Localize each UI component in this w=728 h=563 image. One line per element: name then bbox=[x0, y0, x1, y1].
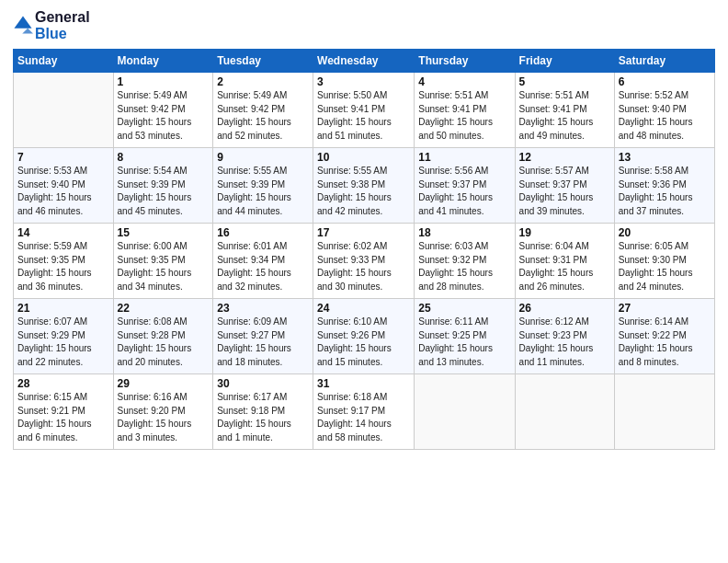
calendar-cell: 22Sunrise: 6:08 AM Sunset: 9:28 PM Dayli… bbox=[113, 299, 213, 374]
logo: General Blue bbox=[13, 9, 90, 41]
day-number: 23 bbox=[217, 302, 309, 315]
page-header: General Blue bbox=[13, 9, 715, 41]
day-number: 1 bbox=[118, 75, 210, 88]
calendar-cell bbox=[14, 73, 114, 148]
day-info: Sunrise: 6:17 AM Sunset: 9:18 PM Dayligh… bbox=[217, 391, 309, 444]
calendar-cell: 16Sunrise: 6:01 AM Sunset: 9:34 PM Dayli… bbox=[213, 224, 313, 299]
calendar-cell: 8Sunrise: 5:54 AM Sunset: 9:39 PM Daylig… bbox=[113, 148, 213, 224]
day-number: 3 bbox=[317, 75, 410, 88]
day-number: 16 bbox=[217, 226, 309, 239]
day-info: Sunrise: 6:12 AM Sunset: 9:23 PM Dayligh… bbox=[519, 316, 610, 369]
calendar-week-row: 7Sunrise: 5:53 AM Sunset: 9:40 PM Daylig… bbox=[14, 148, 715, 224]
day-number: 27 bbox=[619, 302, 711, 315]
day-number: 30 bbox=[217, 377, 309, 390]
day-info: Sunrise: 5:49 AM Sunset: 9:42 PM Dayligh… bbox=[118, 89, 210, 143]
day-number: 28 bbox=[17, 377, 109, 390]
logo-text-line1: General bbox=[35, 9, 90, 26]
calendar-cell: 6Sunrise: 5:52 AM Sunset: 9:40 PM Daylig… bbox=[614, 73, 714, 148]
day-info: Sunrise: 6:04 AM Sunset: 9:31 PM Dayligh… bbox=[519, 240, 610, 293]
day-info: Sunrise: 5:50 AM Sunset: 9:41 PM Dayligh… bbox=[317, 89, 410, 143]
day-number: 17 bbox=[317, 226, 410, 239]
day-number: 22 bbox=[118, 302, 210, 315]
day-info: Sunrise: 6:10 AM Sunset: 9:26 PM Dayligh… bbox=[317, 316, 410, 369]
day-number: 14 bbox=[17, 226, 109, 239]
day-info: Sunrise: 6:14 AM Sunset: 9:22 PM Dayligh… bbox=[619, 316, 711, 369]
day-number: 7 bbox=[17, 151, 109, 164]
calendar-cell: 31Sunrise: 6:18 AM Sunset: 9:17 PM Dayli… bbox=[313, 374, 415, 450]
calendar-week-row: 1Sunrise: 5:49 AM Sunset: 9:42 PM Daylig… bbox=[14, 73, 715, 148]
day-number: 31 bbox=[317, 377, 410, 390]
day-number: 4 bbox=[418, 75, 510, 88]
day-number: 20 bbox=[619, 226, 711, 239]
calendar-cell: 11Sunrise: 5:56 AM Sunset: 9:37 PM Dayli… bbox=[415, 148, 515, 224]
day-info: Sunrise: 5:51 AM Sunset: 9:41 PM Dayligh… bbox=[519, 89, 610, 143]
svg-marker-1 bbox=[22, 28, 33, 33]
day-info: Sunrise: 5:54 AM Sunset: 9:39 PM Dayligh… bbox=[118, 165, 210, 218]
day-info: Sunrise: 6:16 AM Sunset: 9:20 PM Dayligh… bbox=[118, 391, 210, 444]
day-number: 9 bbox=[217, 151, 309, 164]
day-info: Sunrise: 6:18 AM Sunset: 9:17 PM Dayligh… bbox=[317, 391, 410, 444]
day-info: Sunrise: 5:56 AM Sunset: 9:37 PM Dayligh… bbox=[418, 165, 510, 218]
day-number: 29 bbox=[118, 377, 210, 390]
calendar-cell: 2Sunrise: 5:49 AM Sunset: 9:42 PM Daylig… bbox=[213, 73, 313, 148]
day-info: Sunrise: 6:02 AM Sunset: 9:33 PM Dayligh… bbox=[317, 240, 410, 293]
calendar-cell: 1Sunrise: 5:49 AM Sunset: 9:42 PM Daylig… bbox=[113, 73, 213, 148]
day-number: 18 bbox=[418, 226, 510, 239]
calendar-cell: 4Sunrise: 5:51 AM Sunset: 9:41 PM Daylig… bbox=[415, 73, 515, 148]
calendar-cell: 23Sunrise: 6:09 AM Sunset: 9:27 PM Dayli… bbox=[213, 299, 313, 374]
calendar-cell: 29Sunrise: 6:16 AM Sunset: 9:20 PM Dayli… bbox=[113, 374, 213, 450]
calendar-cell: 14Sunrise: 5:59 AM Sunset: 9:35 PM Dayli… bbox=[14, 224, 114, 299]
day-number: 12 bbox=[519, 151, 610, 164]
day-info: Sunrise: 6:09 AM Sunset: 9:27 PM Dayligh… bbox=[217, 316, 309, 369]
day-info: Sunrise: 5:51 AM Sunset: 9:41 PM Dayligh… bbox=[418, 89, 510, 143]
calendar-cell: 30Sunrise: 6:17 AM Sunset: 9:18 PM Dayli… bbox=[213, 374, 313, 450]
calendar-week-row: 21Sunrise: 6:07 AM Sunset: 9:29 PM Dayli… bbox=[14, 299, 715, 374]
calendar-header-row: Sunday Monday Tuesday Wednesday Thursday… bbox=[14, 50, 715, 73]
day-number: 24 bbox=[317, 302, 410, 315]
day-info: Sunrise: 6:11 AM Sunset: 9:25 PM Dayligh… bbox=[418, 316, 510, 369]
day-info: Sunrise: 6:03 AM Sunset: 9:32 PM Dayligh… bbox=[418, 240, 510, 293]
day-number: 10 bbox=[317, 151, 410, 164]
calendar-cell: 9Sunrise: 5:55 AM Sunset: 9:39 PM Daylig… bbox=[213, 148, 313, 224]
calendar-cell: 26Sunrise: 6:12 AM Sunset: 9:23 PM Dayli… bbox=[515, 299, 614, 374]
day-info: Sunrise: 5:53 AM Sunset: 9:40 PM Dayligh… bbox=[17, 165, 109, 218]
day-number: 8 bbox=[118, 151, 210, 164]
calendar-cell: 7Sunrise: 5:53 AM Sunset: 9:40 PM Daylig… bbox=[14, 148, 114, 224]
calendar-cell bbox=[515, 374, 614, 450]
calendar-table: Sunday Monday Tuesday Wednesday Thursday… bbox=[13, 49, 715, 450]
calendar-cell: 25Sunrise: 6:11 AM Sunset: 9:25 PM Dayli… bbox=[415, 299, 515, 374]
calendar-cell: 19Sunrise: 6:04 AM Sunset: 9:31 PM Dayli… bbox=[515, 224, 614, 299]
day-info: Sunrise: 6:01 AM Sunset: 9:34 PM Dayligh… bbox=[217, 240, 309, 293]
day-number: 19 bbox=[519, 226, 610, 239]
day-info: Sunrise: 5:49 AM Sunset: 9:42 PM Dayligh… bbox=[217, 89, 309, 143]
day-info: Sunrise: 6:07 AM Sunset: 9:29 PM Dayligh… bbox=[17, 316, 109, 369]
calendar-cell: 3Sunrise: 5:50 AM Sunset: 9:41 PM Daylig… bbox=[313, 73, 415, 148]
day-number: 25 bbox=[418, 302, 510, 315]
day-info: Sunrise: 6:15 AM Sunset: 9:21 PM Dayligh… bbox=[17, 391, 109, 444]
day-info: Sunrise: 6:08 AM Sunset: 9:28 PM Dayligh… bbox=[118, 316, 210, 369]
day-number: 13 bbox=[619, 151, 711, 164]
col-friday: Friday bbox=[515, 50, 614, 73]
calendar-cell: 18Sunrise: 6:03 AM Sunset: 9:32 PM Dayli… bbox=[415, 224, 515, 299]
svg-marker-0 bbox=[14, 16, 31, 28]
col-thursday: Thursday bbox=[415, 50, 515, 73]
day-info: Sunrise: 5:57 AM Sunset: 9:37 PM Dayligh… bbox=[519, 165, 610, 218]
logo-text-line2: Blue bbox=[35, 26, 90, 42]
col-tuesday: Tuesday bbox=[213, 50, 313, 73]
calendar-cell: 24Sunrise: 6:10 AM Sunset: 9:26 PM Dayli… bbox=[313, 299, 415, 374]
day-info: Sunrise: 5:55 AM Sunset: 9:38 PM Dayligh… bbox=[317, 165, 410, 218]
calendar-cell: 28Sunrise: 6:15 AM Sunset: 9:21 PM Dayli… bbox=[14, 374, 114, 450]
logo-icon bbox=[13, 15, 33, 35]
calendar-cell: 5Sunrise: 5:51 AM Sunset: 9:41 PM Daylig… bbox=[515, 73, 614, 148]
day-number: 11 bbox=[418, 151, 510, 164]
day-info: Sunrise: 6:00 AM Sunset: 9:35 PM Dayligh… bbox=[118, 240, 210, 293]
day-info: Sunrise: 5:52 AM Sunset: 9:40 PM Dayligh… bbox=[619, 89, 711, 143]
calendar-cell: 15Sunrise: 6:00 AM Sunset: 9:35 PM Dayli… bbox=[113, 224, 213, 299]
calendar-cell bbox=[614, 374, 714, 450]
col-wednesday: Wednesday bbox=[313, 50, 415, 73]
day-info: Sunrise: 5:59 AM Sunset: 9:35 PM Dayligh… bbox=[17, 240, 109, 293]
day-number: 15 bbox=[118, 226, 210, 239]
calendar-cell: 27Sunrise: 6:14 AM Sunset: 9:22 PM Dayli… bbox=[614, 299, 714, 374]
col-sunday: Sunday bbox=[14, 50, 114, 73]
calendar-cell: 21Sunrise: 6:07 AM Sunset: 9:29 PM Dayli… bbox=[14, 299, 114, 374]
